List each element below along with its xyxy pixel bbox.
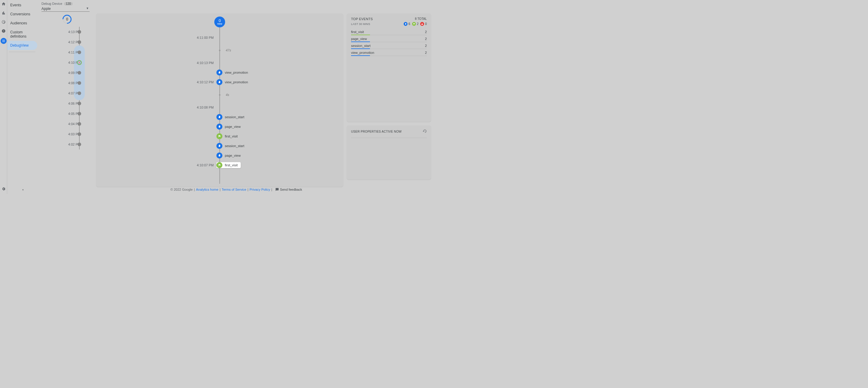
stream-row: 4s [96,87,343,102]
stream-row[interactable]: first_visit [96,131,343,141]
minute-row[interactable]: 4:08 PM [41,78,93,88]
stream-row[interactable]: session_start [96,141,343,151]
debug-device-label: Debug Device [41,2,62,5]
top-event-row[interactable]: page_view2 [351,35,427,42]
stream-event[interactable]: session_start [216,114,244,120]
event-stream-panel: 0 new 4:11:00 PM47s4:10:13 PMview_promot… [96,13,343,187]
minute-row[interactable]: 4:09 PM [41,68,93,78]
event-name: session_start [225,144,244,148]
event-name: first_visit [225,163,238,167]
stream-row[interactable]: page_view [96,151,343,160]
footer-link-privacy[interactable]: Privacy Policy [249,188,270,191]
stream-time: 4:10:13 PM [197,61,214,65]
top-event-name: view_promotion [351,51,374,54]
minute-row[interactable]: 4:03 PM [41,129,93,139]
chip-icon [420,22,424,26]
stream-row[interactable]: 4:10:12 PMview_promotion [96,77,343,87]
send-feedback-label: Send feedback [280,188,302,191]
minute-dot [78,91,81,95]
nav-item-debugview[interactable]: DebugView [7,41,37,50]
stream-row[interactable]: 4:10:07 PMfirst_visit [96,160,343,170]
minute-timeline: 0 4:13 PM4:12 PM4:11 PM4:10 PM84:09 PM4:… [41,13,93,187]
minute-row[interactable]: 4:11 PM [41,47,93,57]
nav-item-custom-definitions[interactable]: Custom definitions [7,28,37,41]
chevron-down-icon: ▼ [86,7,89,10]
touch-icon [216,143,222,149]
stream-event[interactable]: view_promotion [216,69,248,76]
stream-event[interactable]: page_view [216,124,241,130]
nav-item-events[interactable]: Events [7,1,37,10]
touch-icon [216,152,222,158]
top-event-count: 2 [425,37,427,40]
settings-icon[interactable] [1,187,6,191]
footer-link-analytics-home[interactable]: Analytics home [196,188,218,191]
explore-icon[interactable] [1,20,6,24]
minute-row[interactable]: 4:12 PM [41,37,93,47]
minute-dot [78,143,81,146]
user-properties-title: USER PROPERTIES ACTIVE NOW [351,130,402,133]
top-event-count: 2 [425,30,427,34]
footer-link-terms[interactable]: Terms of Service [221,188,246,191]
stream-time: 4:10:08 PM [197,106,214,109]
minute-dot [78,40,81,44]
touch-icon [216,124,222,130]
collapse-nav-button[interactable] [7,188,38,192]
home-icon[interactable] [1,2,6,6]
advertising-icon[interactable] [1,29,6,33]
stream-event[interactable]: first_visit [216,133,238,139]
stream-event[interactable]: page_view [216,152,241,158]
top-event-row[interactable]: view_promotion2 [351,49,427,56]
nav-item-audiences[interactable]: Audiences [7,19,37,28]
chip-icon [404,22,408,26]
event-type-chip[interactable]: 2 [412,22,419,26]
top-events-title: TOP EVENTS [351,17,373,21]
minute-dot [78,132,81,136]
event-type-chip[interactable]: 0 [420,22,427,26]
debug-device-section: Debug Device 120 Apple ▼ [41,2,431,12]
event-name: page_view [225,125,241,128]
minute-row[interactable]: 4:06 PM [41,98,93,109]
stream-event[interactable]: session_start [216,143,244,149]
gap-dot [219,94,221,96]
minute-dot [78,102,81,105]
debug-device-select[interactable]: Apple ▼ [41,6,90,12]
stream-row[interactable]: view_promotion [96,68,343,77]
event-type-chip[interactable]: 6 [404,22,410,26]
event-name: first_visit [225,135,238,138]
stream-row[interactable]: session_start [96,112,343,122]
new-events-bubble[interactable]: 0 new [214,17,225,27]
minute-row[interactable]: 4:07 PM [41,88,93,98]
stream-event[interactable]: view_promotion [216,79,248,85]
send-feedback-button[interactable]: Send feedback [275,188,302,191]
gap-label: 47s [226,49,231,52]
minute-count-dot: 8 [77,60,82,65]
stream-row: 47s [96,42,343,58]
top-events-total: 8 TOTAL [415,17,427,21]
stream-row: 4:11:00 PM [96,33,343,42]
debug-device-selected: Apple [41,6,90,11]
touch-icon [216,69,222,76]
minute-row[interactable]: 4:04 PM [41,119,93,129]
minute-dot [78,30,81,34]
user-properties-panel: USER PROPERTIES ACTIVE NOW [347,125,431,180]
minute-row[interactable]: 4:02 PM [41,139,93,149]
configure-icon[interactable] [1,38,7,44]
chip-count: 0 [425,22,427,26]
minute-current-bubble[interactable]: 0 [61,13,73,26]
stream-row[interactable]: page_view [96,122,343,131]
reports-icon[interactable] [1,11,6,15]
stream-time: 4:10:07 PM [197,163,214,167]
nav-item-conversions[interactable]: Conversions [7,10,37,19]
minute-row[interactable]: 4:10 PM8 [41,57,93,68]
minute-row[interactable]: 4:05 PM [41,109,93,119]
top-event-row[interactable]: first_visit2 [351,28,427,35]
chip-count: 2 [417,22,419,26]
history-icon[interactable] [423,129,427,134]
minute-row[interactable]: 4:13 PM [41,27,93,37]
event-name: page_view [225,154,241,157]
stream-event[interactable]: first_visit [216,162,241,168]
flag-icon [216,133,222,139]
top-event-count: 2 [425,51,427,54]
top-event-row[interactable]: session_start2 [351,42,427,49]
new-events-label: new [217,23,222,25]
